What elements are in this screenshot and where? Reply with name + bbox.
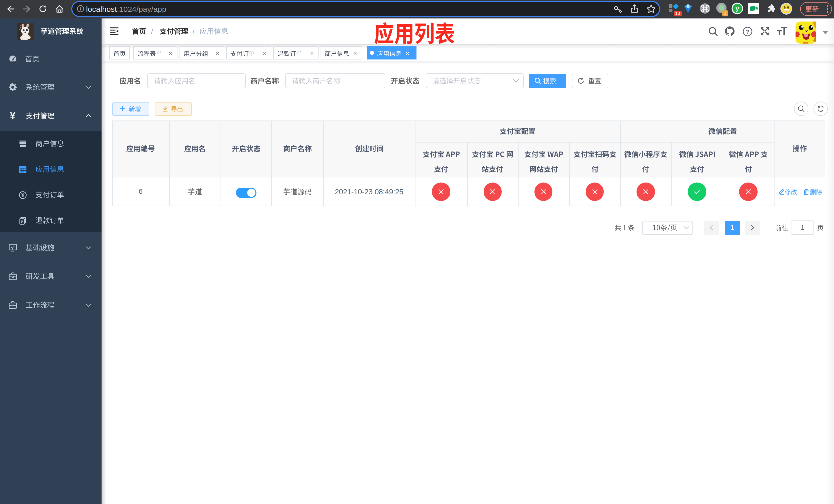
svg-text:y: y	[735, 5, 739, 12]
svg-text:?: ?	[746, 28, 749, 35]
